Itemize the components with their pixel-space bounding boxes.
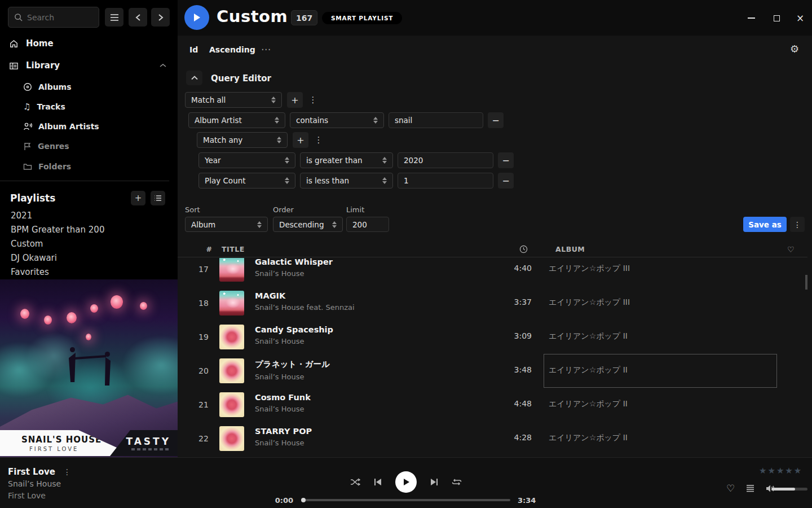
star-icon[interactable]: ★ xyxy=(785,466,792,476)
collapse-query-editor-button[interactable] xyxy=(186,71,202,85)
playlist-item[interactable]: DJ Okawari xyxy=(0,251,169,265)
group-options-icon[interactable]: ⋮ xyxy=(308,92,318,108)
nav-forward-button[interactable] xyxy=(151,8,170,27)
track-album[interactable]: エイリアン☆ポップ III xyxy=(549,297,630,308)
col-index[interactable]: # xyxy=(199,245,219,253)
track-album[interactable]: エイリアン☆ポップ II xyxy=(549,365,628,375)
table-row[interactable]: 19 Candy SpaceshipSnail’s House 3:09 エイリ… xyxy=(178,320,807,354)
previous-button[interactable] xyxy=(374,478,382,486)
rule-value-input[interactable] xyxy=(389,112,483,128)
playlist-list-button[interactable] xyxy=(151,191,165,205)
track-title: Candy Spaceship xyxy=(255,325,333,334)
rule-field-select[interactable]: Album Artist xyxy=(188,112,285,128)
scrollbar-thumb[interactable] xyxy=(805,275,807,290)
sidebar-item-albums[interactable]: Albums xyxy=(0,79,178,95)
sidebar-item-tracks[interactable]: ♫ Tracks xyxy=(0,99,178,115)
track-artist[interactable]: Snail’s House feat. Sennzai xyxy=(255,303,355,312)
star-icon[interactable]: ★ xyxy=(767,466,775,476)
track-artist[interactable]: Snail’s House xyxy=(255,269,333,278)
sidebar-item-album-artists[interactable]: Album Artists xyxy=(0,119,178,134)
track-artist[interactable]: Snail’s House xyxy=(255,337,333,345)
volume-slider[interactable] xyxy=(771,488,807,491)
now-playing-cover-art[interactable]: SNAIL'S HOUSE FIRST LOVE TASTY xyxy=(0,279,178,457)
track-title: Galactic Whisper xyxy=(255,258,333,266)
track-album[interactable]: エイリアン☆ポップ III xyxy=(549,264,630,274)
table-row[interactable]: 21 Cosmo FunkSnail’s House 4:48 エイリアン☆ポッ… xyxy=(178,388,807,422)
table-row[interactable]: 18 MAGIKSnail’s House feat. Sennzai 3:37… xyxy=(178,286,807,320)
add-rule-button[interactable]: + xyxy=(293,132,308,148)
add-rule-button[interactable]: + xyxy=(287,92,303,108)
track-artist[interactable]: Snail’s House xyxy=(255,439,312,447)
track-album[interactable]: エイリアン☆ポップ II xyxy=(549,433,628,443)
nav-back-button[interactable] xyxy=(129,8,147,27)
sort-select[interactable]: Album xyxy=(185,217,268,232)
repeat-button[interactable] xyxy=(452,478,462,486)
order-select[interactable]: Descending xyxy=(273,217,343,232)
playlist-item[interactable]: 2021 xyxy=(0,208,169,222)
col-title[interactable]: TITLE xyxy=(222,245,245,253)
sort-direction-button[interactable]: Ascending xyxy=(209,45,255,54)
playlist-item[interactable]: BPM Greater than 200 xyxy=(0,222,169,237)
remove-rule-button[interactable]: − xyxy=(498,152,514,168)
playlist-item[interactable]: Favorites xyxy=(0,265,169,279)
save-options-icon[interactable]: ⋮ xyxy=(790,217,805,232)
remove-rule-button[interactable]: − xyxy=(488,112,504,128)
group-options-icon[interactable]: ⋮ xyxy=(314,132,324,148)
star-icon[interactable]: ★ xyxy=(759,466,766,476)
window-minimize-button[interactable] xyxy=(745,12,757,24)
favorite-heart-icon[interactable]: ♡ xyxy=(726,483,735,494)
shuffle-button[interactable] xyxy=(350,478,360,486)
chevron-up-icon[interactable] xyxy=(160,63,166,68)
track-art-thumbnail xyxy=(219,392,244,417)
rule-field-select[interactable]: Year xyxy=(198,152,295,168)
track-artist[interactable]: Snail’s House xyxy=(255,373,330,381)
table-row[interactable]: 20 プラネット・ガールSnail’s House 3:48 エイリアン☆ポップ… xyxy=(178,354,807,388)
add-playlist-button[interactable]: + xyxy=(131,191,145,205)
table-row[interactable]: 22 STARRY POPSnail’s House 4:28 エイリアン☆ポッ… xyxy=(178,422,807,456)
rule-field-select[interactable]: Play Count xyxy=(198,173,295,189)
match-type-select[interactable]: Match any xyxy=(197,132,288,148)
next-button[interactable] xyxy=(430,478,438,486)
match-type-select[interactable]: Match all xyxy=(185,92,282,108)
star-icon[interactable]: ★ xyxy=(776,466,784,476)
next-icon xyxy=(430,478,438,486)
seek-handle[interactable] xyxy=(301,498,306,502)
search-box[interactable] xyxy=(8,7,99,28)
remove-rule-button[interactable]: − xyxy=(498,173,514,189)
favorite-heart-icon[interactable]: ♡ xyxy=(787,245,795,254)
play-playlist-button[interactable] xyxy=(184,5,209,30)
save-as-button[interactable]: Save as xyxy=(743,217,787,232)
rule-operator-select[interactable]: contains xyxy=(290,112,384,128)
track-album[interactable]: エイリアン☆ポップ II xyxy=(549,331,628,341)
window-maximize-button[interactable] xyxy=(771,12,782,24)
table-row[interactable]: 17 Galactic WhisperSnail’s House 4:40 エイ… xyxy=(178,258,807,286)
queue-button[interactable] xyxy=(746,484,754,492)
sidebar-item-home[interactable]: Home xyxy=(0,35,178,52)
gear-icon[interactable]: ⚙ xyxy=(790,43,799,55)
now-playing-options-icon[interactable]: ⋮ xyxy=(63,467,71,476)
track-artist[interactable]: Snail’s House xyxy=(255,405,311,413)
col-album[interactable]: ALBUM xyxy=(555,245,585,253)
star-icon[interactable]: ★ xyxy=(794,466,801,476)
more-options-icon[interactable]: ⋯ xyxy=(261,43,271,55)
sort-field-button[interactable]: Id xyxy=(189,45,198,54)
now-playing-title[interactable]: First Love xyxy=(8,467,55,477)
rule-value-input[interactable] xyxy=(398,173,493,189)
playlist-item[interactable]: Custom xyxy=(0,237,169,251)
track-album[interactable]: エイリアン☆ポップ II xyxy=(549,399,628,409)
play-pause-button[interactable] xyxy=(395,471,417,493)
seek-bar[interactable] xyxy=(302,499,510,501)
rule-operator-select[interactable]: is greater than xyxy=(300,152,393,168)
now-playing-album[interactable]: First Love xyxy=(8,491,46,500)
window-close-button[interactable]: × xyxy=(795,12,806,24)
sidebar-item-folders[interactable]: Folders xyxy=(0,159,178,174)
sidebar-item-library[interactable]: Library xyxy=(0,57,178,74)
now-playing-artist[interactable]: Snail’s House xyxy=(8,479,61,488)
rule-value-input[interactable] xyxy=(398,152,493,168)
search-input[interactable] xyxy=(27,13,93,22)
limit-input[interactable] xyxy=(346,217,389,232)
rule-operator-select[interactable]: is less than xyxy=(300,173,393,189)
duration-clock-icon[interactable] xyxy=(519,245,528,253)
menu-button[interactable] xyxy=(105,8,123,27)
sidebar-item-genres[interactable]: Genres xyxy=(0,138,178,154)
